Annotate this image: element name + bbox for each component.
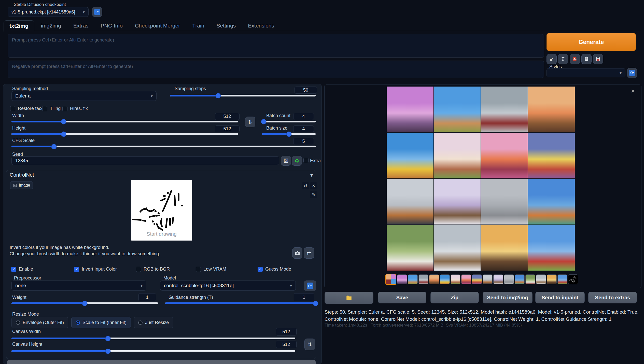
sampling-steps-slider[interactable]: [170, 95, 316, 96]
checkbox-enable[interactable]: Enable: [11, 267, 33, 272]
controlnet-canvas[interactable]: Start drawing: [131, 180, 192, 241]
model-refresh-button[interactable]: ⟳: [304, 281, 316, 291]
save-style-button[interactable]: [593, 54, 603, 64]
checkbox-box[interactable]: [136, 267, 141, 272]
thumbnail-4[interactable]: [429, 274, 439, 284]
gallery-image-3[interactable]: [481, 87, 528, 132]
gallery-image-15[interactable]: [481, 225, 528, 271]
gallery-image-6[interactable]: [434, 133, 481, 178]
open-folder-button[interactable]: [325, 292, 373, 304]
slider-handle[interactable]: [105, 336, 111, 341]
script-section-bar[interactable]: [7, 360, 316, 364]
tab-extras[interactable]: Extras: [68, 20, 94, 31]
width-slider[interactable]: [11, 121, 238, 122]
collapse-icon[interactable]: ▼: [310, 173, 313, 177]
slider-handle[interactable]: [215, 93, 221, 98]
gallery-image-13[interactable]: [387, 225, 433, 271]
send-to-inpaint-button[interactable]: Send to inpaint: [535, 292, 585, 303]
slider-handle[interactable]: [51, 144, 57, 149]
thumbnail-2[interactable]: [408, 274, 418, 284]
close-gallery-icon[interactable]: ✕: [631, 88, 635, 94]
guidance-strength-slider[interactable]: [165, 302, 316, 304]
save-button[interactable]: Save: [378, 292, 426, 303]
gallery-image-7[interactable]: [481, 133, 528, 178]
checkpoint-refresh-button[interactable]: ⟳: [92, 7, 102, 17]
tab-png-info[interactable]: PNG Info: [95, 20, 128, 31]
thumbnail-16[interactable]: [557, 274, 567, 284]
gallery-image-4[interactable]: [528, 87, 575, 132]
webcam-button[interactable]: [292, 247, 302, 259]
controlnet-title[interactable]: ControlNet: [10, 172, 34, 178]
slider-handle[interactable]: [105, 348, 111, 354]
weight-slider[interactable]: [11, 302, 158, 304]
prompt-input[interactable]: [8, 34, 544, 58]
gallery-image-11[interactable]: [481, 179, 528, 225]
gallery-image-14[interactable]: [434, 225, 481, 271]
apply-style-button[interactable]: [581, 54, 592, 64]
thumbnail-1[interactable]: [397, 274, 407, 284]
tab-settings[interactable]: Settings: [211, 20, 241, 31]
checkbox-low-vram[interactable]: Low VRAM: [196, 267, 226, 272]
checkbox-guess-mode[interactable]: Guess Mode: [258, 267, 291, 272]
gallery-image-1[interactable]: [387, 87, 433, 132]
thumbnail-9[interactable]: [483, 274, 493, 284]
batch-count-slider[interactable]: [262, 121, 316, 122]
gallery-image-8[interactable]: [528, 133, 575, 178]
tab-train[interactable]: Train: [187, 20, 210, 31]
zip-button[interactable]: Zip: [430, 292, 479, 303]
send-to-extras-button[interactable]: Send to extras: [588, 292, 637, 303]
tab-checkpoint-merger[interactable]: Checkpoint Merger: [129, 20, 186, 31]
batch-size-slider[interactable]: [262, 133, 316, 135]
checkbox-box[interactable]: [10, 106, 15, 111]
height-value[interactable]: 512: [215, 125, 240, 132]
tab-extensions[interactable]: Extensions: [242, 20, 280, 31]
resize-mode-just-resize[interactable]: Just Resize: [134, 317, 173, 328]
negative-prompt-input[interactable]: [8, 61, 544, 78]
thumbnail-6[interactable]: [451, 274, 460, 284]
checkpoint-dropdown[interactable]: v1-5-pruned.ckpt [e1441589a6] ▾: [8, 7, 89, 17]
slider-handle[interactable]: [286, 131, 292, 137]
sampling-steps-value[interactable]: 50: [295, 87, 317, 94]
weight-value[interactable]: 1: [138, 293, 156, 301]
gallery-image-12[interactable]: [528, 179, 575, 225]
resize-mode-envelope-outer-fit-[interactable]: Envelope (Outer Fit): [11, 317, 68, 328]
thumbnail-7[interactable]: [461, 274, 471, 284]
undo-icon[interactable]: ↺: [302, 182, 309, 189]
canvas-height-value[interactable]: 512: [276, 341, 297, 348]
thumbnail-5[interactable]: [440, 274, 450, 284]
gallery-image-2[interactable]: [434, 87, 481, 132]
width-value[interactable]: 512: [215, 113, 240, 120]
batch-count-value[interactable]: 4: [293, 113, 314, 120]
slider-handle[interactable]: [261, 119, 267, 124]
thumbnail-3[interactable]: [418, 274, 428, 284]
cfg-scale-slider[interactable]: [11, 146, 316, 147]
checkbox-box[interactable]: [11, 267, 16, 272]
gallery-image-9[interactable]: [387, 179, 433, 225]
reuse-seed-button[interactable]: ♻: [292, 156, 302, 166]
gallery-image-16[interactable]: [528, 225, 575, 271]
seed-input[interactable]: 12345: [11, 156, 279, 165]
checkbox-box[interactable]: [258, 267, 263, 272]
brush-icon[interactable]: ✎: [310, 191, 317, 198]
canvas-height-slider[interactable]: [11, 350, 295, 352]
swap-canvas-dims-button[interactable]: ⇅: [304, 339, 315, 350]
thumbnail-13[interactable]: [525, 274, 535, 284]
gallery-image-5[interactable]: [387, 133, 433, 178]
swap-width-height-button[interactable]: ⇅: [245, 117, 255, 127]
checkbox-box[interactable]: [42, 106, 47, 111]
styles-refresh-button[interactable]: ⟳: [627, 68, 637, 78]
checkbox-tiling[interactable]: Tiling: [42, 106, 61, 111]
batch-size-value[interactable]: 4: [293, 125, 314, 132]
canvas-width-slider[interactable]: [11, 338, 295, 339]
slider-handle[interactable]: [61, 119, 66, 124]
styles-dropdown[interactable]: ▾: [547, 68, 625, 77]
resize-mode-scale-to-fit-inner-fit-[interactable]: Scale to Fit (Inner Fit): [71, 317, 131, 328]
slider-handle[interactable]: [313, 301, 318, 306]
slider-handle[interactable]: [82, 301, 88, 306]
restore-prompt-button[interactable]: ↙: [547, 54, 557, 64]
thumbnail-11[interactable]: [504, 274, 514, 284]
send-to-img2img-button[interactable]: Send to img2img: [483, 292, 533, 303]
thumbnail-10[interactable]: [493, 274, 503, 284]
mirror-webcam-button[interactable]: ⇄: [304, 247, 314, 259]
checkbox-restore-faces[interactable]: Restore faces: [10, 106, 46, 111]
